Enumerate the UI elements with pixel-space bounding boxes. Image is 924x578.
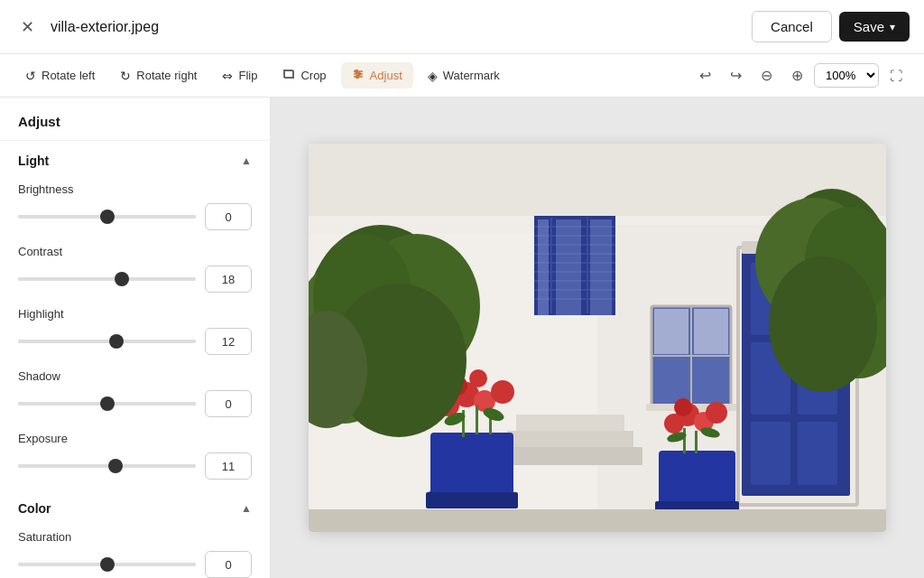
header: ✕ villa-exterior.jpeg Cancel Save ▾ bbox=[0, 0, 924, 54]
watermark-label: Watermark bbox=[443, 69, 500, 82]
light-section-label: Light bbox=[18, 154, 49, 168]
header-left: ✕ villa-exterior.jpeg bbox=[14, 14, 159, 40]
svg-rect-13 bbox=[498, 447, 642, 465]
saturation-value[interactable] bbox=[205, 551, 252, 578]
brightness-value[interactable] bbox=[205, 203, 252, 230]
highlight-label: Highlight bbox=[18, 307, 252, 321]
shadow-row: Shadow bbox=[0, 364, 270, 426]
exposure-control bbox=[18, 452, 252, 480]
rotate-right-icon: ↻ bbox=[120, 69, 131, 83]
zoom-select[interactable]: 100% 50% 75% 125% 150% bbox=[814, 63, 879, 88]
svg-rect-19 bbox=[751, 422, 790, 485]
close-button[interactable]: ✕ bbox=[14, 14, 40, 40]
exposure-label: Exposure bbox=[18, 432, 252, 445]
svg-rect-44 bbox=[590, 219, 612, 315]
saturation-slider-wrap bbox=[18, 563, 196, 566]
adjust-button[interactable]: Adjust bbox=[341, 62, 413, 89]
light-section-header[interactable]: Light ▲ bbox=[0, 141, 270, 177]
contrast-row: Contrast bbox=[0, 239, 270, 302]
contrast-control bbox=[18, 266, 252, 293]
brightness-row: Brightness bbox=[0, 177, 270, 239]
saturation-slider[interactable] bbox=[18, 563, 196, 566]
header-right: Cancel Save ▾ bbox=[752, 11, 910, 42]
shadow-label: Shadow bbox=[18, 369, 252, 383]
adjust-label: Adjust bbox=[370, 69, 402, 82]
adjust-icon bbox=[352, 68, 365, 83]
svg-rect-27 bbox=[654, 309, 688, 354]
svg-rect-42 bbox=[538, 219, 549, 315]
saturation-label: Saturation bbox=[18, 530, 252, 544]
save-label: Save bbox=[854, 19, 884, 34]
shadow-control bbox=[18, 390, 252, 417]
file-title: villa-exterior.jpeg bbox=[51, 19, 159, 35]
rotate-left-icon: ↺ bbox=[25, 69, 36, 83]
flip-button[interactable]: ⇔ Flip bbox=[211, 63, 268, 89]
highlight-slider-wrap bbox=[18, 340, 196, 343]
svg-rect-43 bbox=[556, 219, 581, 315]
highlight-value[interactable] bbox=[205, 328, 252, 355]
svg-rect-68 bbox=[695, 431, 698, 453]
image-area bbox=[271, 98, 924, 578]
exposure-row: Exposure bbox=[0, 426, 270, 489]
svg-rect-41 bbox=[587, 218, 588, 313]
rotate-right-button[interactable]: ↻ Rotate right bbox=[109, 63, 208, 89]
svg-rect-47 bbox=[426, 492, 518, 508]
light-chevron-icon: ▲ bbox=[241, 154, 252, 167]
color-section: Color ▲ Saturation bbox=[0, 489, 270, 578]
save-button[interactable]: Save ▾ bbox=[839, 12, 910, 42]
fullscreen-button[interactable]: ⛶ bbox=[882, 62, 910, 89]
svg-rect-82 bbox=[309, 509, 886, 532]
main: Adjust Light ▲ Brightness Con bbox=[0, 98, 924, 578]
flip-label: Flip bbox=[238, 69, 257, 82]
exposure-slider-wrap bbox=[18, 464, 196, 468]
rotate-left-button[interactable]: ↺ Rotate left bbox=[14, 63, 106, 89]
color-chevron-icon: ▲ bbox=[241, 502, 252, 515]
contrast-slider[interactable] bbox=[18, 277, 196, 281]
contrast-label: Contrast bbox=[18, 245, 252, 258]
svg-point-66 bbox=[674, 398, 692, 416]
svg-rect-12 bbox=[507, 431, 633, 449]
brightness-slider-wrap bbox=[18, 215, 196, 219]
shadow-value[interactable] bbox=[205, 390, 252, 417]
svg-point-65 bbox=[706, 402, 727, 424]
crop-button[interactable]: Crop bbox=[272, 62, 337, 89]
watermark-icon: ◈ bbox=[428, 69, 438, 83]
shadow-slider[interactable] bbox=[18, 402, 196, 406]
toolbar-right: ↩ ↪ ⊖ ⊕ 100% 50% 75% 125% 150% ⛶ bbox=[691, 62, 910, 89]
color-section-header[interactable]: Color ▲ bbox=[0, 489, 270, 525]
image-container bbox=[309, 144, 886, 532]
svg-rect-20 bbox=[798, 422, 837, 485]
sidebar: Adjust Light ▲ Brightness Con bbox=[0, 98, 271, 578]
light-section: Light ▲ Brightness Contrast bbox=[0, 141, 270, 489]
undo-button[interactable]: ↩ bbox=[691, 62, 718, 89]
redo-button[interactable]: ↪ bbox=[722, 62, 749, 89]
svg-rect-60 bbox=[659, 451, 735, 507]
highlight-control bbox=[18, 328, 252, 355]
crop-icon bbox=[282, 68, 295, 83]
brightness-slider[interactable] bbox=[18, 215, 196, 219]
highlight-slider[interactable] bbox=[18, 340, 196, 343]
svg-point-3 bbox=[355, 70, 357, 73]
svg-rect-46 bbox=[430, 433, 513, 498]
shadow-slider-wrap bbox=[18, 402, 196, 406]
brightness-label: Brightness bbox=[18, 182, 252, 196]
toolbar-left: ↺ Rotate left ↻ Rotate right ⇔ Flip Crop bbox=[14, 62, 511, 89]
highlight-row: Highlight bbox=[0, 302, 270, 364]
contrast-value[interactable] bbox=[205, 266, 252, 293]
brightness-control bbox=[18, 203, 252, 230]
zoom-out-button[interactable]: ⊖ bbox=[753, 62, 780, 89]
svg-rect-11 bbox=[516, 415, 624, 433]
rotate-right-label: Rotate right bbox=[136, 69, 197, 82]
zoom-in-button[interactable]: ⊕ bbox=[783, 62, 810, 89]
svg-point-5 bbox=[356, 76, 358, 79]
exposure-slider[interactable] bbox=[18, 464, 196, 468]
crop-label: Crop bbox=[300, 69, 326, 82]
exposure-value[interactable] bbox=[205, 452, 252, 480]
contrast-slider-wrap bbox=[18, 277, 196, 281]
save-chevron-icon: ▾ bbox=[890, 21, 895, 33]
cancel-button[interactable]: Cancel bbox=[752, 11, 832, 42]
svg-point-81 bbox=[769, 256, 877, 392]
saturation-row: Saturation bbox=[0, 525, 270, 578]
watermark-button[interactable]: ◈ Watermark bbox=[417, 63, 511, 89]
svg-rect-55 bbox=[476, 406, 478, 434]
